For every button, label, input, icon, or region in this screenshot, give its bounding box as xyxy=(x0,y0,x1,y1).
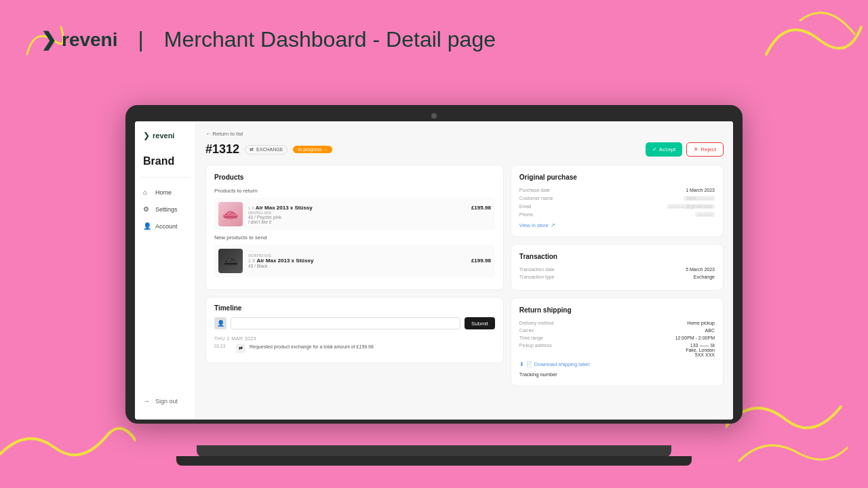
submit-button[interactable]: Submit xyxy=(465,317,495,329)
return-product-reason: I don't like it xyxy=(248,220,491,224)
view-in-store-label: View in store xyxy=(519,222,549,228)
send-product-item: DO9782-001 1 X Air Max 2013 x Stüssy £19… xyxy=(214,245,495,277)
original-purchase-title: Original purchase xyxy=(519,174,715,181)
phone-label: Phone xyxy=(519,212,533,217)
time-row: Time range 12:00PM - 2:00PM xyxy=(519,336,715,340)
return-label: Products to return xyxy=(214,188,495,194)
title-actions: ✓ Accept ✕ Reject xyxy=(646,142,724,157)
svg-rect-5 xyxy=(224,263,237,265)
purchase-date-row: Purchase date 1 March 2023 xyxy=(519,188,715,192)
sidebar-logo-text: reveni xyxy=(153,131,174,140)
sidebar-brand: Brand xyxy=(140,151,190,178)
return-product-sku-code: DR2501-600 xyxy=(248,211,313,215)
title-left: #1312 ⇄ EXCHANGE In progress → xyxy=(205,142,332,157)
customer-name-value: Jane ——— xyxy=(684,196,715,201)
status-badge: In progress → xyxy=(293,146,332,153)
return-product-meta: 43 / Psychic pink xyxy=(248,215,491,220)
accept-button[interactable]: ✓ Accept xyxy=(646,142,682,157)
time-value: 12:00PM - 2:00PM xyxy=(675,336,715,340)
download-icon: ⬇ xyxy=(519,361,524,367)
transaction-date-value: 5 March 2023 xyxy=(686,267,715,272)
view-in-store-link[interactable]: View in store ↗ xyxy=(519,222,715,228)
transaction-date-label: Transaction date xyxy=(519,267,555,272)
svg-point-3 xyxy=(229,212,231,214)
timeline-input-row: 👤 Submit xyxy=(214,317,495,329)
sidebar-item-signout-label: Sign out xyxy=(155,398,178,405)
sidebar-item-signout[interactable]: → Sign out xyxy=(140,393,190,409)
exchange-icon: ⇄ xyxy=(250,147,254,152)
title-row: #1312 ⇄ EXCHANGE In progress → ✓ Accept xyxy=(205,142,724,157)
address-line2: Fake, London xyxy=(686,348,715,352)
phone-row: Phone ——— xyxy=(519,212,715,217)
laptop-camera xyxy=(431,113,437,119)
time-label: Time range xyxy=(519,336,543,340)
timeline-section: Timeline 👤 Submit THU 1 MAR 2023 xyxy=(205,297,504,363)
address-value: 133 —— St Fake, London 5XX XXX xyxy=(686,343,715,357)
timeline-date: THU 1 MAR 2023 xyxy=(214,336,495,341)
laptop-container: ❯ reveni Brand ⌂ Home ⚙ Settings 👤 Accou… xyxy=(125,105,743,458)
address-label: Pickup address xyxy=(519,343,552,357)
return-product-name: Air Max 2013 x Stüssy xyxy=(256,205,313,211)
carrier-value: ABC xyxy=(705,328,715,333)
transaction-card: Transaction Transaction date 5 March 202… xyxy=(511,244,724,291)
reject-label: Reject xyxy=(701,146,716,152)
transaction-type-label: Transaction type xyxy=(519,274,555,279)
sidebar-item-settings[interactable]: ⚙ Settings xyxy=(140,201,190,217)
transaction-date-row: Transaction date 5 March 2023 xyxy=(519,267,715,272)
exchange-label: EXCHANGE xyxy=(256,147,283,152)
send-qty: 1 X xyxy=(248,258,256,263)
svg-point-6 xyxy=(227,260,229,261)
left-column: Products Products to return xyxy=(205,165,504,386)
sidebar-item-account-label: Account xyxy=(155,223,178,230)
phone-value: ——— xyxy=(695,212,715,217)
send-product-image xyxy=(218,249,243,273)
exchange-event-icon: ⇄ xyxy=(239,346,243,351)
products-title: Products xyxy=(214,174,495,181)
shoe-svg-pink xyxy=(221,207,240,221)
return-product-item: 1 X Air Max 2013 x Stüssy DR2501-600 £19… xyxy=(214,198,495,230)
timeline-avatar: 👤 xyxy=(214,317,226,329)
external-link-icon: ↗ xyxy=(551,222,555,228)
return-product-image xyxy=(218,202,243,226)
email-label: Email xyxy=(519,204,532,209)
logo: ❯ reveni xyxy=(41,28,118,51)
carrier-label: Carrier xyxy=(519,328,534,333)
exchange-badge: ⇄ EXCHANGE xyxy=(245,145,288,155)
return-qty: 1 X xyxy=(248,206,254,210)
sidebar-item-settings-label: Settings xyxy=(155,206,178,213)
breadcrumb[interactable]: ← Return to list xyxy=(205,131,724,137)
avatar-icon: 👤 xyxy=(217,320,224,327)
sidebar-logo: ❯ reveni xyxy=(140,131,190,140)
svg-point-2 xyxy=(227,213,229,214)
send-label: New products to send xyxy=(214,235,495,241)
sidebar-item-account[interactable]: 👤 Account xyxy=(140,218,190,234)
delivery-method-value: Home pickup xyxy=(687,321,715,325)
email-row: Email ——— @gmail.com xyxy=(519,204,715,209)
timeline-title: Timeline xyxy=(214,304,495,312)
sidebar-item-home[interactable]: ⌂ Home xyxy=(140,184,190,200)
original-purchase-card: Original purchase Purchase date 1 March … xyxy=(511,165,724,237)
purchase-date-value: 1 March 2023 xyxy=(686,188,715,192)
sidebar-item-home-label: Home xyxy=(155,189,172,196)
send-product-info: DO9782-001 1 X Air Max 2013 x Stüssy £19… xyxy=(248,253,491,268)
download-shipping-link[interactable]: ⬇ 📄 Download shipping label xyxy=(519,361,715,367)
return-product-price: £195.98 xyxy=(471,205,491,211)
return-shipping-title: Return shipping xyxy=(519,306,715,314)
event-time: 01:13 xyxy=(214,344,232,348)
transaction-title: Transaction xyxy=(519,253,715,260)
header-title: Merchant Dashboard - Detail page xyxy=(164,27,496,52)
accept-icon: ✓ xyxy=(652,146,657,152)
document-icon: 📄 xyxy=(526,361,532,367)
timeline-input[interactable] xyxy=(231,317,460,329)
reject-button[interactable]: ✕ Reject xyxy=(686,142,724,157)
order-number: #1312 xyxy=(205,142,239,157)
transaction-type-row: Transaction type Exchange xyxy=(519,274,715,279)
return-product-info: 1 X Air Max 2013 x Stüssy DR2501-600 £19… xyxy=(248,205,491,224)
delivery-method-label: Delivery method xyxy=(519,321,554,325)
two-column-layout: Products Products to return xyxy=(205,165,724,386)
shoe-svg-black xyxy=(221,254,240,268)
main-content: ← Return to list #1312 ⇄ EXCHANGE In pro… xyxy=(196,121,733,420)
settings-icon: ⚙ xyxy=(143,205,151,213)
svg-rect-1 xyxy=(224,216,237,218)
event-text: Requested product exchange for a total a… xyxy=(250,344,374,350)
